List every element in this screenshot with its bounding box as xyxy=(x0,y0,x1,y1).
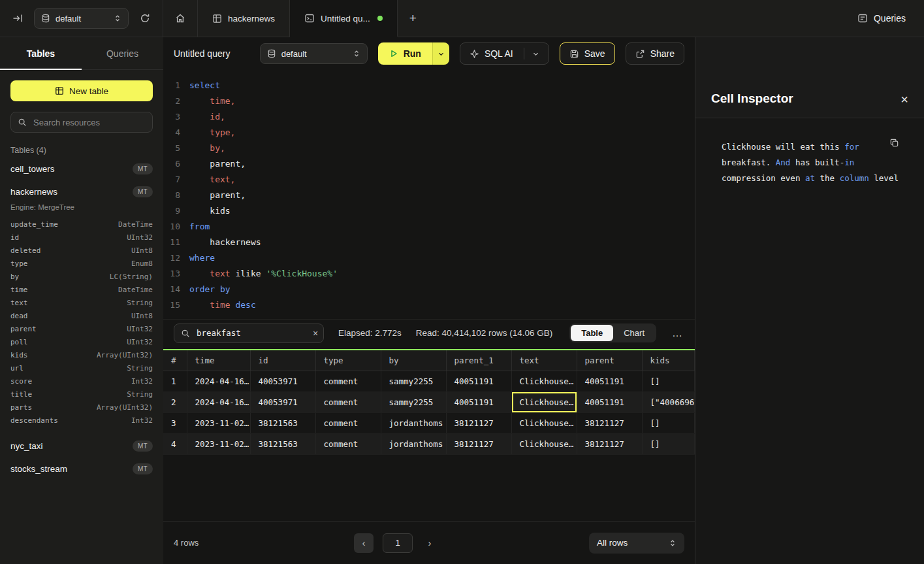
save-button[interactable]: Save xyxy=(560,42,615,65)
sql-editor[interactable]: 1select2 time,3 id,4 type,5 by,6 parent,… xyxy=(163,70,695,319)
page-number-input[interactable] xyxy=(383,533,413,553)
topbar-tabs: hackernews Untitled qu... + xyxy=(163,0,428,37)
table-cell[interactable]: sammy2255 xyxy=(381,392,446,413)
table-cell[interactable]: 2023-11-02… xyxy=(187,434,250,455)
copy-cell-button[interactable] xyxy=(889,138,899,148)
row-index-cell[interactable]: 4 xyxy=(163,434,187,455)
table-cell[interactable]: 2024-04-16… xyxy=(187,371,250,392)
sql-token: order by xyxy=(189,284,231,294)
sidebar-tab-tables[interactable]: Tables xyxy=(0,37,82,69)
sidebar-tabs: Tables Queries xyxy=(0,37,163,70)
column-type: Array(UInt32) xyxy=(97,351,153,359)
run-button[interactable]: Run xyxy=(378,42,432,65)
table-cell[interactable]: 40051191 xyxy=(446,392,511,413)
tab-hackernews[interactable]: hackernews xyxy=(198,0,290,37)
table-cell[interactable]: jordanthoms xyxy=(381,434,446,455)
table-cell[interactable]: 2023-11-02… xyxy=(187,413,250,434)
table-cell[interactable]: [] xyxy=(642,371,695,392)
chevron-updown-icon xyxy=(353,49,360,58)
run-options-button[interactable] xyxy=(432,42,449,65)
new-tab-button[interactable]: + xyxy=(398,0,428,37)
tab-home[interactable] xyxy=(163,0,198,37)
column-header-parent[interactable]: parent xyxy=(577,350,642,371)
table-cell[interactable]: [] xyxy=(642,434,695,455)
queries-button[interactable]: Queries xyxy=(857,13,906,24)
database-selector[interactable]: default xyxy=(34,8,129,29)
column-name: url xyxy=(10,364,24,373)
search-resources-input[interactable] xyxy=(32,117,150,128)
search-icon xyxy=(18,118,27,127)
column-row: idUInt32 xyxy=(10,231,153,244)
column-header-id[interactable]: id xyxy=(250,350,315,371)
search-icon xyxy=(181,329,190,338)
more-options-button[interactable]: … xyxy=(671,327,684,339)
sidebar-table-item[interactable]: nyc_taxiMT xyxy=(10,435,153,457)
table-cell[interactable]: sammy2255 xyxy=(381,371,446,392)
sidebar-table-item[interactable]: stocks_streamMT xyxy=(10,457,153,480)
results-footer: 4 rows ‹ › All rows xyxy=(163,521,695,564)
row-index-cell[interactable]: 1 xyxy=(163,371,187,392)
column-header-text[interactable]: text xyxy=(511,350,577,371)
table-row: 22024-04-16…40053971commentsammy22554005… xyxy=(163,392,695,413)
table-cell[interactable]: 38121127 xyxy=(577,413,642,434)
view-toggle-chart[interactable]: Chart xyxy=(613,325,655,341)
code-line: 15 time desc xyxy=(163,297,695,313)
table-cell[interactable]: 38121127 xyxy=(446,413,511,434)
column-header-by[interactable]: by xyxy=(381,350,446,371)
table-cell[interactable]: 40053971 xyxy=(250,371,315,392)
table-cell[interactable]: 38121563 xyxy=(250,434,315,455)
table-cell[interactable]: 40051191 xyxy=(577,392,642,413)
column-header-type[interactable]: type xyxy=(315,350,381,371)
share-button[interactable]: Share xyxy=(626,42,684,65)
column-header-time[interactable]: time xyxy=(187,350,250,371)
code-text: time, xyxy=(189,93,235,109)
table-cell[interactable]: 38121563 xyxy=(250,413,315,434)
close-inspector-button[interactable]: × xyxy=(900,93,908,106)
table-cell[interactable]: 38121127 xyxy=(577,434,642,455)
column-header-index[interactable]: # xyxy=(163,350,187,371)
table-cell[interactable]: [] xyxy=(642,413,695,434)
sql-ai-button[interactable]: SQL AI xyxy=(460,42,549,65)
table-cell[interactable]: 2024-04-16… xyxy=(187,392,250,413)
page-size-selector[interactable]: All rows xyxy=(589,533,684,554)
row-index-cell[interactable]: 2 xyxy=(163,392,187,413)
table-cell[interactable]: 40051191 xyxy=(577,371,642,392)
table-cell[interactable]: comment xyxy=(315,434,381,455)
table-cell[interactable]: jordanthoms xyxy=(381,413,446,434)
clear-search-button[interactable]: × xyxy=(313,329,318,338)
collapse-sidebar-button[interactable] xyxy=(9,10,26,27)
column-row: update_timeDateTime xyxy=(10,218,153,231)
refresh-button[interactable] xyxy=(136,10,153,27)
table-cell[interactable]: Clickhouse… xyxy=(511,413,577,434)
sidebar-tab-queries[interactable]: Queries xyxy=(82,37,163,69)
column-name: parent xyxy=(10,325,37,333)
previous-page-button[interactable]: ‹ xyxy=(354,533,374,553)
sidebar-table-item[interactable]: hackernewsMT xyxy=(10,180,153,203)
table-cell[interactable]: 40051191 xyxy=(446,371,511,392)
new-table-button[interactable]: New table xyxy=(10,80,153,101)
column-row: partsArray(UInt32) xyxy=(10,401,153,414)
row-index-cell[interactable]: 3 xyxy=(163,413,187,434)
column-header-kids[interactable]: kids xyxy=(642,350,695,371)
elapsed-stat: Elapsed: 2.772s xyxy=(338,328,402,338)
table-cell[interactable]: comment xyxy=(315,413,381,434)
table-cell[interactable]: ["40066964… xyxy=(642,392,695,413)
queries-button-label: Queries xyxy=(874,13,906,24)
table-cell[interactable]: Clickhouse… xyxy=(511,371,577,392)
table-cell[interactable]: comment xyxy=(315,371,381,392)
query-database-selector[interactable]: default xyxy=(260,43,368,64)
results-search-input[interactable] xyxy=(195,327,308,339)
tab-untitled-query[interactable]: Untitled qu... xyxy=(290,0,398,37)
sidebar-table-item[interactable]: cell_towersMT xyxy=(10,158,153,180)
next-page-button[interactable]: › xyxy=(422,533,438,553)
table-cell[interactable]: Clickhouse… xyxy=(511,434,577,455)
column-header-parent_1[interactable]: parent_1 xyxy=(446,350,511,371)
view-toggle-table[interactable]: Table xyxy=(571,325,613,341)
table-cell[interactable]: 40053971 xyxy=(250,392,315,413)
sql-token: time, xyxy=(210,96,235,106)
table-cell[interactable]: comment xyxy=(315,392,381,413)
table-cell[interactable]: Clickhouse… xyxy=(511,392,577,413)
database-selector-value: default xyxy=(56,14,108,24)
table-cell[interactable]: 38121127 xyxy=(446,434,511,455)
sql-token xyxy=(189,300,210,310)
